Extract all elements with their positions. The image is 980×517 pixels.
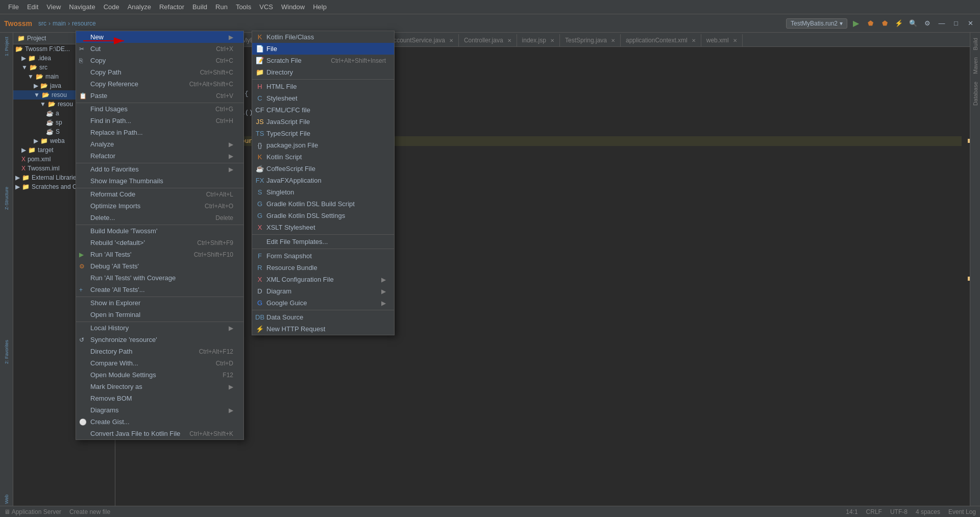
fs-form-snapshot[interactable]: F Form Snapshot (252, 250, 394, 262)
gradle-build-icon: G (255, 200, 264, 208)
cm-debug-all-tests[interactable]: ⚙ Debug 'All Tests' (76, 260, 243, 272)
cm-local-history[interactable]: Local History ▶ (76, 322, 243, 334)
cm-refactor[interactable]: Refactor ▶ (76, 150, 243, 162)
fs-sep-4 (252, 310, 394, 310)
fs-cfml[interactable]: CF CFML/CFC file (252, 104, 394, 116)
fs-typescript[interactable]: TS TypeScript File (252, 128, 394, 139)
cm-create-all-tests[interactable]: + Create 'All Tests'... (76, 284, 243, 296)
cm-paste-label: Paste (90, 92, 107, 100)
cm-convert-kotlin[interactable]: Convert Java File to Kotlin File Ctrl+Al… (76, 428, 243, 439)
cm-analyze[interactable]: Analyze ▶ (76, 138, 243, 150)
fs-google-guice[interactable]: G Google Guice ▶ (252, 297, 394, 309)
cm-open-terminal[interactable]: Open in Terminal (76, 309, 243, 321)
cm-add-favorites[interactable]: Add to Favorites ▶ (76, 163, 243, 175)
cm-open-module-settings-label: Open Module Settings (90, 371, 156, 379)
cm-mark-directory[interactable]: Mark Directory as ▶ (76, 381, 243, 392)
cfml-icon: CF (255, 106, 264, 114)
fs-javascript-label: JavaScript File (266, 118, 310, 126)
fs-packagejson-label: package.json File (266, 141, 318, 149)
copy-icon: ⎘ (79, 57, 83, 64)
fs-xslt-label: XSLT Stylesheet (266, 224, 315, 231)
resource-icon: R (255, 264, 264, 272)
fs-edit-templates[interactable]: Edit File Templates... (252, 236, 394, 248)
cm-show-in-explorer[interactable]: Show in Explorer (76, 297, 243, 309)
fs-coffeescript-label: CoffeeScript File (266, 165, 315, 173)
cm-rebuild[interactable]: Rebuild '<default>' Ctrl+Shift+F9 (76, 237, 243, 249)
fs-gradle-build[interactable]: G Gradle Kotlin DSL Build Script (252, 198, 394, 210)
xml-config-icon: X (255, 276, 264, 283)
cm-delete[interactable]: Delete... Delete (76, 212, 243, 224)
fs-google-guice-label: Google Guice (266, 299, 307, 307)
cm-find-usages[interactable]: Find Usages Ctrl+G (76, 103, 243, 115)
cm-create-gist[interactable]: ⚪ Create Gist... (76, 416, 243, 428)
fs-data-source[interactable]: DB Data Source (252, 311, 394, 323)
cm-compare-with[interactable]: Compare With... Ctrl+D (76, 357, 243, 369)
fs-singleton[interactable]: S Singleton (252, 186, 394, 198)
fs-xml-config[interactable]: X XML Configuration File ▶ (252, 274, 394, 285)
cm-run-with-coverage-label: Run 'All Tests' with Coverage (90, 274, 176, 282)
cm-directory-path[interactable]: Directory Path Ctrl+Alt+F12 (76, 346, 243, 357)
fs-packagejson[interactable]: {} package.json File (252, 139, 394, 151)
cm-run-with-coverage[interactable]: Run 'All Tests' with Coverage (76, 272, 243, 284)
fs-javafx[interactable]: FX JavaFXApplication (252, 175, 394, 186)
fs-directory[interactable]: 📁 Directory (252, 66, 394, 78)
fs-kotlin-script-label: Kotlin Script (266, 153, 302, 161)
fs-sep-2 (252, 234, 394, 235)
fs-xslt[interactable]: X XSLT Stylesheet (252, 221, 394, 233)
cm-mark-directory-arrow-icon: ▶ (229, 383, 233, 390)
coffee-icon: ☕ (255, 165, 264, 173)
fs-kotlin-file-label: Kotlin File/Class (266, 33, 314, 41)
file-submenu: K Kotlin File/Class 📄 File 📝 Scratch Fil… (252, 31, 395, 335)
cm-create-gist-label: Create Gist... (90, 418, 130, 426)
fs-gradle-settings[interactable]: G Gradle Kotlin DSL Settings (252, 210, 394, 221)
cm-find-in-path[interactable]: Find in Path... Ctrl+H (76, 115, 243, 127)
fs-file[interactable]: 📄 File (252, 43, 394, 55)
cm-analyze-arrow-icon: ▶ (229, 141, 233, 148)
cm-reformat[interactable]: Reformat Code Ctrl+Alt+L (76, 188, 243, 200)
cm-find-usages-label: Find Usages (90, 105, 128, 113)
fs-stylesheet[interactable]: C Stylesheet (252, 92, 394, 104)
fs-diagram-arrow-icon: ▶ (381, 288, 386, 295)
fs-diagram[interactable]: D Diagram ▶ (252, 285, 394, 297)
cut-icon: ✂ (79, 45, 84, 53)
fs-sep-1 (252, 79, 394, 80)
fs-guice-arrow-icon: ▶ (381, 300, 386, 307)
fs-typescript-label: TypeScript File (266, 130, 310, 137)
fs-kotlin-file[interactable]: K Kotlin File/Class (252, 31, 394, 43)
cm-synchronize[interactable]: ↺ Synchronize 'resource' (76, 334, 243, 346)
fs-form-snapshot-label: Form Snapshot (266, 252, 312, 260)
cm-run-all-tests-shortcut: Ctrl+Shift+F10 (194, 251, 233, 258)
fs-kotlin-script[interactable]: K Kotlin Script (252, 151, 394, 163)
context-menu-overlay[interactable]: New ▶ ✂ Cut Ctrl+X ⎘ Copy Ctrl+C Copy Pa… (0, 0, 980, 517)
javafx-icon: FX (255, 177, 264, 184)
fs-coffeescript[interactable]: ☕ CoffeeScript File (252, 163, 394, 175)
fs-html-file-label: HTML File (266, 83, 297, 90)
cm-debug-all-tests-label: Debug 'All Tests' (90, 262, 139, 270)
cm-copy-path[interactable]: Copy Path Ctrl+Shift+C (76, 66, 243, 78)
cm-run-all-tests[interactable]: ▶ Run 'All Tests' Ctrl+Shift+F10 (76, 249, 243, 260)
cm-copy-reference[interactable]: Copy Reference Ctrl+Alt+Shift+C (76, 78, 243, 90)
cm-open-terminal-label: Open in Terminal (90, 311, 140, 318)
fs-http-request[interactable]: ⚡ New HTTP Request (252, 323, 394, 335)
json-icon: {} (255, 141, 264, 149)
cm-remove-bom[interactable]: Remove BOM (76, 392, 243, 404)
fs-scratch-file[interactable]: 📝 Scratch File Ctrl+Alt+Shift+Insert (252, 55, 394, 66)
cm-diagrams[interactable]: Diagrams ▶ (76, 404, 243, 416)
file-icon: 📄 (255, 45, 264, 53)
cm-new[interactable]: New ▶ (76, 31, 243, 43)
cm-cut[interactable]: ✂ Cut Ctrl+X (76, 43, 243, 55)
fs-html-file[interactable]: H HTML File (252, 81, 394, 92)
cm-optimize-imports[interactable]: Optimize Imports Ctrl+Alt+O (76, 200, 243, 212)
cm-open-module-settings[interactable]: Open Module Settings F12 (76, 369, 243, 381)
cm-show-thumbnails[interactable]: Show Image Thumbnails (76, 175, 243, 187)
cm-optimize-imports-shortcut: Ctrl+Alt+O (205, 203, 233, 210)
cm-reformat-label: Reformat Code (90, 190, 135, 198)
cm-synchronize-label: Synchronize 'resource' (90, 336, 157, 343)
cm-build-module[interactable]: Build Module 'Twossm' (76, 225, 243, 237)
cm-paste[interactable]: 📋 Paste Ctrl+V (76, 90, 243, 102)
cm-copy[interactable]: ⎘ Copy Ctrl+C (76, 55, 243, 66)
fs-resource-bundle[interactable]: R Resource Bundle (252, 262, 394, 274)
fs-javascript[interactable]: JS JavaScript File (252, 116, 394, 128)
cm-new-label: New (90, 33, 104, 41)
cm-replace-in-path[interactable]: Replace in Path... (76, 127, 243, 138)
